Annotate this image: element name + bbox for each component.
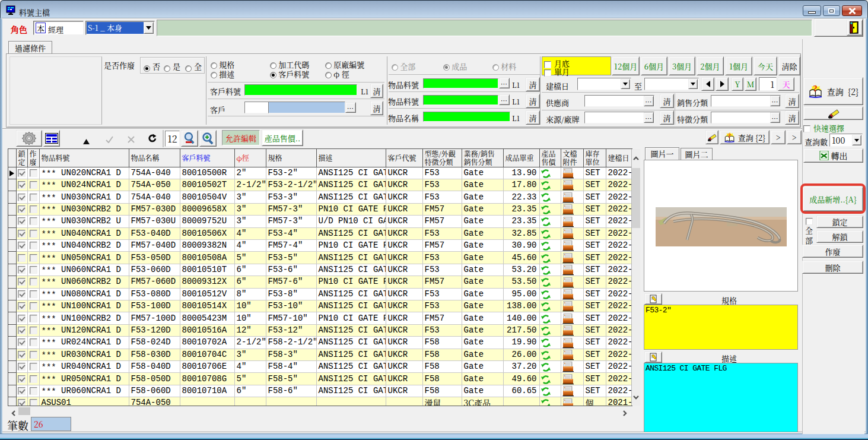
svg-text:?: ?	[813, 85, 817, 93]
svg-text:?: ?	[727, 132, 731, 139]
